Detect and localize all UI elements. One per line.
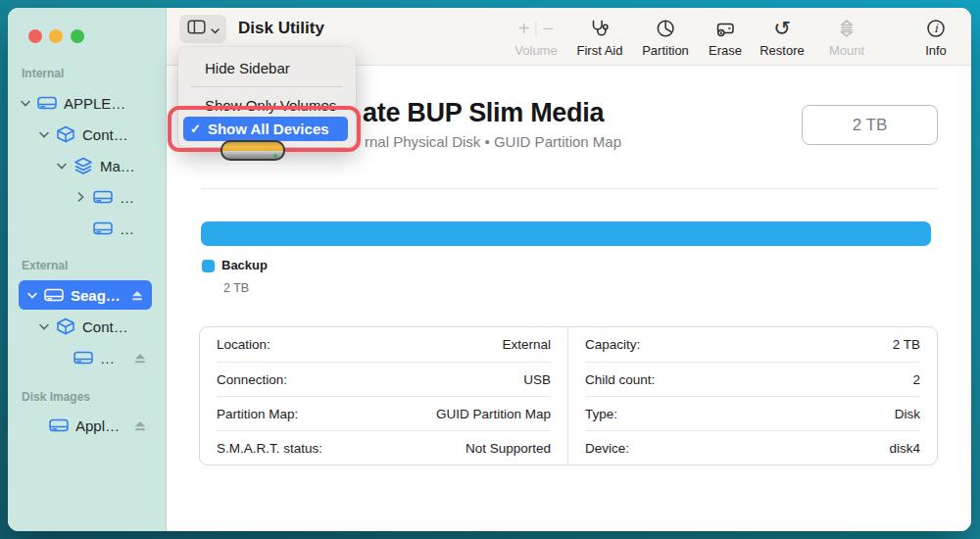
first-aid-button[interactable]: First Aid bbox=[577, 16, 623, 58]
mount-button[interactable]: Mount bbox=[829, 16, 864, 58]
eject-icon[interactable] bbox=[134, 353, 146, 364]
table-row: Partition Map: GUID Partition Map bbox=[217, 396, 551, 430]
table-row: Type: Disk bbox=[585, 396, 920, 430]
table-row: Child count: 2 bbox=[585, 362, 920, 396]
row-value: 2 TB bbox=[893, 337, 920, 352]
chevron-down-icon[interactable] bbox=[38, 131, 49, 138]
plus-icon[interactable]: + bbox=[518, 19, 530, 38]
external-drive-icon bbox=[93, 220, 113, 236]
first-aid-icon bbox=[589, 16, 611, 41]
sidebar-view-options-button[interactable] bbox=[179, 15, 226, 43]
container-icon bbox=[56, 318, 75, 335]
disk-image-icon bbox=[49, 417, 69, 433]
mount-icon bbox=[836, 16, 858, 41]
legend-size: 2 TB bbox=[223, 281, 249, 295]
sidebar-item-volume[interactable]: … bbox=[8, 214, 167, 243]
sidebar-section-external: External bbox=[22, 259, 68, 272]
details-table: Location: External Connection: USB Parti… bbox=[199, 326, 938, 466]
chevron-down-icon[interactable] bbox=[26, 292, 37, 299]
table-row: Capacity: 2 TB bbox=[585, 327, 920, 362]
maximize-button[interactable] bbox=[71, 29, 84, 43]
usage-bar bbox=[201, 221, 931, 246]
sidebar-item-label: Appl… bbox=[75, 417, 120, 434]
capacity-badge: 2 TB bbox=[802, 105, 938, 145]
divider bbox=[536, 22, 537, 35]
row-label: Type: bbox=[585, 407, 617, 421]
info-button[interactable]: i Info bbox=[925, 16, 947, 58]
row-value: GUID Partition Map bbox=[436, 407, 551, 421]
partition-button[interactable]: Partition bbox=[642, 16, 689, 58]
chevron-down-icon[interactable] bbox=[56, 163, 67, 170]
external-drive-icon bbox=[74, 350, 93, 366]
row-label: Child count: bbox=[585, 372, 655, 387]
chevron-right-icon[interactable] bbox=[75, 192, 86, 202]
info-label: Info bbox=[925, 43, 947, 58]
menu-separator bbox=[191, 86, 343, 87]
table-row: Location: External bbox=[217, 327, 551, 362]
table-row: Connection: USB bbox=[217, 362, 551, 396]
sidebar-item-macintosh-hd[interactable]: Ma… bbox=[8, 151, 167, 180]
sidebar-item-volume[interactable]: … bbox=[8, 182, 167, 212]
sidebar-item-label: APPLE… bbox=[64, 95, 125, 112]
row-label: Capacity: bbox=[585, 337, 640, 352]
sidebar-item-container[interactable]: Cont… bbox=[8, 120, 167, 149]
row-value: disk4 bbox=[889, 441, 920, 456]
erase-icon bbox=[714, 16, 736, 41]
chevron-down-icon[interactable] bbox=[20, 100, 30, 107]
details-column-left: Location: External Connection: USB Parti… bbox=[200, 327, 568, 465]
chevron-down-icon bbox=[211, 21, 220, 38]
eject-icon[interactable] bbox=[134, 420, 146, 431]
first-aid-label: First Aid bbox=[577, 43, 623, 58]
close-button[interactable] bbox=[28, 29, 42, 43]
row-label: Partition Map: bbox=[217, 407, 298, 421]
legend-name: Backup bbox=[221, 258, 268, 272]
sidebar-section-disk-images: Disk Images bbox=[22, 390, 90, 404]
svg-text:i: i bbox=[934, 22, 939, 35]
drive-photo-thumbnail bbox=[220, 140, 285, 161]
sidebar-toggle-icon bbox=[187, 20, 206, 38]
row-value: Not Supported bbox=[466, 441, 551, 456]
sidebar-item-seagate[interactable]: Seag… bbox=[19, 280, 152, 310]
menu-item-hide-sidebar[interactable]: Hide Sidebar bbox=[178, 53, 356, 82]
partition-label: Partition bbox=[642, 43, 689, 58]
legend-swatch bbox=[202, 260, 215, 272]
sidebar-item-volume[interactable]: … bbox=[8, 343, 167, 372]
drive-led-dot bbox=[273, 154, 277, 158]
device-subtitle: rnal Physical Disk • GUID Partition Map bbox=[365, 133, 621, 150]
erase-label: Erase bbox=[709, 43, 742, 58]
erase-button[interactable]: Erase bbox=[709, 16, 742, 58]
sidebar-item-label: … bbox=[100, 350, 115, 367]
volume-button[interactable]: + − Volume bbox=[514, 16, 557, 58]
external-drive-icon bbox=[44, 287, 64, 303]
chevron-down-icon[interactable] bbox=[38, 323, 49, 330]
volume-group-icon bbox=[74, 157, 93, 174]
row-label: Location: bbox=[217, 337, 270, 352]
details-column-right: Capacity: 2 TB Child count: 2 Type: Disk… bbox=[568, 327, 937, 465]
sidebar-item-label: Cont… bbox=[82, 126, 128, 143]
eject-icon[interactable] bbox=[131, 290, 143, 301]
sidebar-item-label: … bbox=[120, 220, 134, 237]
minimize-button[interactable] bbox=[49, 29, 63, 43]
sidebar-item-label: Cont… bbox=[82, 318, 128, 335]
app-title: Disk Utility bbox=[238, 19, 324, 38]
mount-label: Mount bbox=[829, 43, 864, 58]
minus-icon[interactable]: − bbox=[543, 19, 555, 38]
row-label: Device: bbox=[585, 441, 629, 456]
sidebar-section-internal: Internal bbox=[22, 67, 64, 80]
container-icon bbox=[56, 125, 75, 143]
sidebar-item-disk-image[interactable]: Appl… bbox=[8, 411, 167, 440]
restore-label: Restore bbox=[760, 43, 805, 58]
sidebar-item-apple-disk[interactable]: APPLE… bbox=[8, 88, 167, 118]
row-value: 2 bbox=[912, 372, 920, 387]
device-title: ate BUP Slim Media bbox=[363, 98, 604, 128]
restore-button[interactable]: ↺ Restore bbox=[760, 16, 805, 58]
table-row: S.M.A.R.T. status: Not Supported bbox=[217, 430, 551, 465]
volume-label: Volume bbox=[514, 43, 557, 58]
sidebar-item-label: Ma… bbox=[100, 158, 135, 174]
sidebar-item-container[interactable]: Cont… bbox=[8, 312, 167, 341]
external-drive-icon bbox=[93, 189, 113, 205]
info-icon: i bbox=[925, 16, 947, 41]
restore-icon: ↺ bbox=[773, 18, 791, 39]
divider bbox=[201, 188, 938, 189]
disk-utility-window: Internal APPLE… Cont… Ma… … … External bbox=[8, 8, 971, 531]
